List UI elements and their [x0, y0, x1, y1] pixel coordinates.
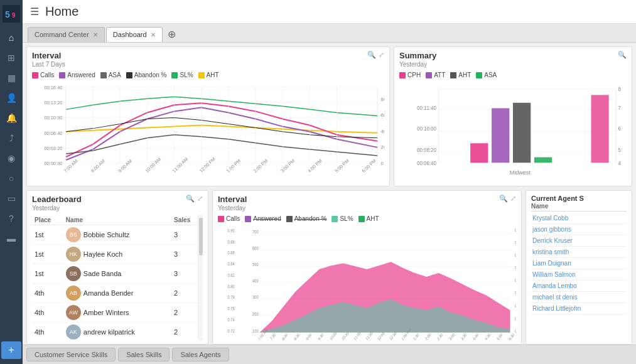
agent-list-item[interactable]: William Salmon	[531, 269, 627, 281]
svg-text:00:11:40: 00:11:40	[515, 240, 516, 245]
tab-close-icon[interactable]: ✕	[93, 31, 98, 38]
leaderboard-title: Leaderboard	[32, 195, 82, 204]
interval-bottom-card: Interval Yesterday 🔍 ⤢ Calls	[212, 190, 522, 345]
place-cell: 4th	[32, 284, 63, 303]
page-title: Home	[45, 4, 78, 19]
dashboard-top-row: Interval Last 7 Days 🔍 ⤢ Calls	[23, 43, 636, 188]
svg-text:300: 300	[252, 295, 259, 300]
tab-dashboard[interactable]: Dashboard ✕	[106, 27, 163, 42]
svg-text:10:00 AM: 10:00 AM	[144, 156, 162, 173]
legend-sl: SL%	[331, 215, 353, 222]
agent-list-item[interactable]: Liam Duignan	[531, 258, 627, 269]
bottom-tab-sales-skills[interactable]: Sales Skills	[118, 348, 170, 361]
name-cell: AK andrew kilpatrick	[63, 323, 171, 340]
svg-text:00:03:20: 00:03:20	[44, 146, 62, 151]
interval-bottom-title: Interval	[218, 195, 247, 204]
tab-close-icon[interactable]: ✕	[151, 31, 156, 38]
expand-icon[interactable]: ⤢	[379, 51, 384, 59]
interval-top-card: Interval Last 7 Days 🔍 ⤢ Calls	[26, 46, 390, 186]
leaderboard-subtitle: Yesterday	[32, 205, 82, 211]
search-icon[interactable]: 🔍	[186, 195, 195, 203]
col-name: Name	[63, 215, 171, 225]
tab-label: Dashboard	[113, 31, 147, 38]
svg-text:00:13:20: 00:13:20	[44, 100, 62, 106]
svg-text:00:06:40: 00:06:40	[417, 160, 436, 166]
share-icon[interactable]: ⤴	[1, 129, 21, 147]
svg-text:4:30: 4:30	[484, 333, 491, 340]
legend-aht: AHT	[450, 72, 471, 78]
svg-text:00:13:00: 00:13:00	[515, 227, 516, 232]
expand-icon[interactable]: ⤢	[197, 195, 203, 203]
table-row: 1st SB Sade Banda 3	[32, 264, 203, 284]
svg-text:00:09:20: 00:09:20	[515, 329, 516, 334]
agent-list-item[interactable]: jason gibbons	[531, 224, 627, 235]
legend-abandon: Abandon %	[286, 215, 327, 222]
place-cell: 1st	[32, 264, 63, 284]
svg-text:5: 5	[5, 9, 10, 19]
svg-text:5:00: 5:00	[496, 333, 503, 340]
col-place: Place	[32, 215, 63, 225]
modules-icon[interactable]: ▦	[1, 69, 21, 87]
interval-top-header: Interval Last 7 Days 🔍 ⤢	[32, 51, 384, 70]
question-icon[interactable]: ?	[1, 210, 21, 227]
grid-icon[interactable]: ⊞	[1, 49, 21, 67]
svg-text:6:00 PM: 6:00 PM	[361, 158, 377, 174]
leaderboard-card: Leaderboard Yesterday 🔍 ⤢ Place Name	[26, 190, 208, 345]
monitor-icon[interactable]: ▭	[1, 190, 21, 207]
svg-text:5:00 PM: 5:00 PM	[333, 158, 350, 174]
place-cell: 4th	[32, 303, 63, 323]
search-icon[interactable]: 🔍	[367, 51, 376, 59]
tab-add-button[interactable]: ⊕	[164, 28, 180, 40]
svg-text:1:30: 1:30	[412, 333, 419, 340]
svg-text:00:10:00: 00:10:00	[515, 303, 516, 308]
gamepad-icon[interactable]: ◉	[1, 149, 21, 167]
add-button[interactable]: +	[1, 341, 21, 359]
agent-list-item[interactable]: kristina smith	[531, 247, 627, 258]
svg-text:0.72: 0.72	[228, 329, 235, 334]
person-icon[interactable]: 👤	[1, 89, 21, 107]
current-agent-card: Current Agent S Name Krystal Cobbjason g…	[526, 190, 632, 345]
interval-bottom-icons: 🔍 ⤢	[499, 195, 516, 203]
svg-text:0.82: 0.82	[228, 273, 235, 278]
summary-card: Summary Yesterday 🔍 CPH ATT	[394, 46, 632, 186]
svg-text:0: 0	[381, 161, 384, 166]
scrollbar[interactable]	[198, 215, 203, 340]
bottom-tab-customer-service[interactable]: Customer Service Skills	[26, 348, 116, 361]
agent-list: Krystal Cobbjason gibbonsDerrick Kruserk…	[531, 213, 627, 340]
logo: 5 9	[3, 5, 20, 23]
bottom-tab-sales-agents[interactable]: Sales Agents	[172, 348, 229, 361]
svg-text:100: 100	[252, 329, 259, 334]
bell-icon[interactable]: 🔔	[1, 109, 21, 127]
svg-text:3:00: 3:00	[448, 333, 455, 340]
expand-icon[interactable]: ⤢	[510, 195, 516, 203]
tab-command-center[interactable]: Command Center ✕	[28, 27, 105, 42]
svg-text:0.90: 0.90	[228, 228, 235, 233]
clock-icon[interactable]: ○	[1, 169, 21, 187]
svg-text:600: 600	[252, 246, 259, 251]
search-icon[interactable]: 🔍	[499, 195, 508, 203]
svg-text:00:10:00: 00:10:00	[44, 115, 62, 121]
tab-label: Command Center	[35, 31, 89, 38]
agent-list-item[interactable]: Richard Littlejohn	[531, 303, 627, 314]
home-icon[interactable]: ⌂	[1, 29, 21, 46]
menu-icon[interactable]: ☰	[30, 6, 39, 18]
svg-text:0.78: 0.78	[228, 295, 235, 300]
search-icon[interactable]: 🔍	[618, 51, 627, 59]
agent-list-item[interactable]: Derrick Kruser	[531, 235, 627, 247]
legend-calls: Calls	[32, 72, 54, 78]
svg-text:00:11:00: 00:11:00	[515, 265, 516, 270]
legend-cph: CPH	[399, 72, 421, 78]
legend-asa: ASA	[476, 72, 497, 78]
legend-aht: AHT	[198, 72, 219, 78]
layers-icon[interactable]: ▬	[1, 230, 21, 247]
legend-abandon: Abandon %	[126, 72, 167, 78]
name-cell: HK Haylee Koch	[63, 245, 171, 264]
svg-text:400: 400	[252, 279, 259, 284]
agent-list-item[interactable]: Krystal Cobb	[531, 213, 627, 224]
legend-asa: ASA	[100, 72, 121, 78]
svg-text:8000: 8000	[381, 97, 384, 103]
agent-list-item[interactable]: michael st denis	[531, 292, 627, 303]
agent-list-item[interactable]: Amanda Lembo	[531, 281, 627, 292]
svg-text:00:09:40: 00:09:40	[515, 316, 516, 321]
svg-text:0.84: 0.84	[228, 262, 235, 267]
